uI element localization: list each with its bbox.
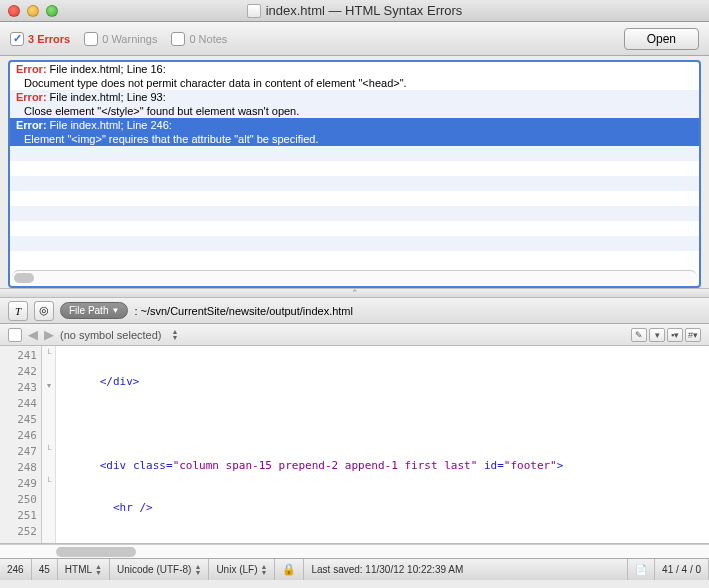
error-desc[interactable]: Document type does not permit character … (10, 76, 699, 90)
code-editor: 241 242 243 244 245 246 247 248 249 250 … (0, 346, 709, 544)
symbol-popup[interactable]: (no symbol selected) (60, 329, 162, 341)
notes-filter[interactable]: 0 Notes (171, 32, 227, 46)
status-encoding[interactable]: Unicode (UTF-8)▲▼ (110, 559, 209, 580)
pencil-menu[interactable]: ✎ (631, 328, 647, 342)
errors-filter[interactable]: 3 Errors (10, 32, 70, 46)
list-item (10, 146, 699, 161)
includes-menu[interactable]: #▾ (685, 328, 701, 342)
titlebar: index.html — HTML Syntax Errors (0, 0, 709, 22)
status-line-endings[interactable]: Unix (LF)▲▼ (209, 559, 275, 580)
nav-prev-button[interactable]: ◀ (28, 327, 38, 342)
nav-next-button[interactable]: ▶ (44, 327, 54, 342)
marker-menu[interactable]: ▾ (649, 328, 665, 342)
list-item (10, 206, 699, 221)
error-row[interactable]: Error: File index.html; Line 16: (10, 62, 699, 76)
error-row[interactable]: Error: File index.html; Line 93: (10, 90, 699, 104)
text-tool-button[interactable]: T (8, 301, 28, 321)
checkbox-icon (84, 32, 98, 46)
error-list[interactable]: Error: File index.html; Line 16: Documen… (10, 62, 699, 268)
list-item (10, 191, 699, 206)
code-area[interactable]: </div> <div class="column span-15 prepen… (56, 346, 709, 543)
status-lock[interactable]: 🔒 (275, 559, 304, 580)
document-menu[interactable] (8, 328, 22, 342)
counterpart-menu[interactable]: ▪▾ (667, 328, 683, 342)
list-item (10, 176, 699, 191)
document-icon (247, 4, 261, 18)
list-item (10, 236, 699, 251)
error-row-selected[interactable]: Error: File index.html; Line 246: (10, 118, 699, 132)
status-doc-icon[interactable]: 📄 (628, 559, 655, 580)
file-path-text: : ~/svn/CurrentSite/newsite/output/index… (134, 305, 353, 317)
status-last-saved: Last saved: 11/30/12 10:22:39 AM (304, 559, 628, 580)
window-title-text: index.html — HTML Syntax Errors (266, 3, 463, 18)
status-counts[interactable]: 41 / 4 / 0 (655, 559, 709, 580)
symbol-stepper[interactable]: ▲▼ (172, 329, 179, 341)
line-number-gutter[interactable]: 241 242 243 244 245 246 247 248 249 250 … (0, 346, 42, 543)
error-list-panel: Error: File index.html; Line 16: Documen… (8, 60, 701, 288)
navigation-bar: ◀ ▶ (no symbol selected) ▲▼ ✎ ▾ ▪▾ #▾ (0, 324, 709, 346)
error-desc[interactable]: Close element "</style>" found but eleme… (10, 104, 699, 118)
target-button[interactable]: ◎ (34, 301, 54, 321)
window-title: index.html — HTML Syntax Errors (0, 3, 709, 18)
warnings-count-label: 0 Warnings (102, 33, 157, 45)
fold-gutter[interactable]: └▾└└ (42, 346, 56, 543)
path-bar: T ◎ File Path▼ : ~/svn/CurrentSite/newsi… (0, 298, 709, 324)
splitter-handle[interactable]: ⌃ (0, 288, 709, 298)
lock-icon: 🔒 (282, 563, 296, 576)
horizontal-scrollbar[interactable] (12, 270, 697, 284)
editor-horizontal-scrollbar[interactable] (0, 544, 709, 558)
notes-count-label: 0 Notes (189, 33, 227, 45)
warnings-filter[interactable]: 0 Warnings (84, 32, 157, 46)
filter-toolbar: 3 Errors 0 Warnings 0 Notes Open (0, 22, 709, 56)
status-line[interactable]: 246 (0, 559, 32, 580)
errors-count-label: 3 Errors (28, 33, 70, 45)
list-item (10, 161, 699, 176)
checkbox-icon (171, 32, 185, 46)
status-bar: 246 45 HTML▲▼ Unicode (UTF-8)▲▼ Unix (LF… (0, 558, 709, 580)
status-column[interactable]: 45 (32, 559, 58, 580)
list-item (10, 221, 699, 236)
open-button[interactable]: Open (624, 28, 699, 50)
chevron-down-icon: ▼ (111, 306, 119, 315)
error-desc[interactable]: Element "<img>" requires that the attrib… (10, 132, 699, 146)
status-language[interactable]: HTML▲▼ (58, 559, 110, 580)
file-path-menu[interactable]: File Path▼ (60, 302, 128, 319)
checkbox-checked-icon (10, 32, 24, 46)
